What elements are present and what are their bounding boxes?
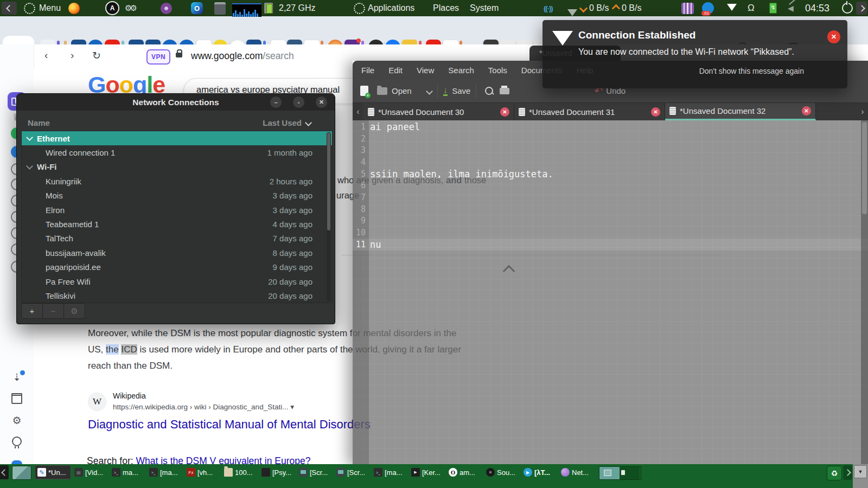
taskbar-window-button[interactable]: Oam...: [446, 465, 483, 479]
taskbar-window-button[interactable]: Net...: [559, 465, 595, 479]
editor-tab[interactable]: *Unsaved Document 30✕: [363, 103, 514, 120]
show-desktop-button[interactable]: [12, 466, 31, 480]
volume-muted-icon[interactable]: ◀: [788, 0, 794, 16]
settings-gears-icon[interactable]: ⚙⚙: [125, 0, 135, 16]
notifications-bell-icon[interactable]: Ω: [748, 0, 755, 16]
shutdown-icon[interactable]: [842, 0, 853, 16]
panel-collapse-left-button[interactable]: [2, 2, 17, 15]
taskbar-window-button[interactable]: [Scr...: [297, 465, 333, 479]
pulseaudio-tray-icon[interactable]: [681, 0, 694, 16]
open-dropdown-icon[interactable]: [427, 86, 432, 95]
trash-applet-icon[interactable]: ♻: [827, 466, 842, 480]
result-title-link[interactable]: Diagnostic and Statistical Manual of Men…: [88, 418, 371, 432]
close-button[interactable]: ✕: [316, 97, 327, 108]
connection-row[interactable]: TalTech7 days ago: [22, 232, 332, 246]
dialog-titlebar[interactable]: Network Connections – ▫ ✕: [17, 94, 335, 111]
save-button[interactable]: Save: [452, 86, 470, 95]
edit-connection-button[interactable]: ⚙: [64, 303, 85, 319]
system-menu[interactable]: System: [470, 0, 499, 16]
expander-chevron-icon[interactable]: [26, 134, 33, 141]
dismiss-link[interactable]: Don't show this message again: [699, 67, 804, 75]
editor-tab[interactable]: *Unsaved Document 32✕: [665, 103, 816, 120]
opera-launcher-icon[interactable]: O: [191, 0, 203, 16]
firefox-launcher-icon[interactable]: [68, 0, 80, 16]
settings-icon[interactable]: ⚙: [9, 413, 24, 428]
list-header[interactable]: Name Last Used: [21, 114, 331, 131]
tab-scroll-left-icon[interactable]: ‹: [353, 103, 363, 120]
battery-tray-icon[interactable]: ↯: [769, 0, 777, 16]
menu-tools[interactable]: Tools: [488, 66, 507, 75]
wifi-tray-icon[interactable]: [727, 0, 737, 15]
net-up-rate[interactable]: 0 B/s: [622, 0, 641, 16]
tor-browser-icon[interactable]: [161, 0, 172, 16]
tab-close-icon[interactable]: ✕: [500, 107, 509, 117]
taskbar-window-button[interactable]: Sou...: [484, 465, 520, 479]
extensions-icon[interactable]: [9, 391, 24, 407]
scroll-down-stepper[interactable]: ▼: [854, 465, 867, 478]
taskbar-window-button[interactable]: >_ma...: [110, 465, 146, 479]
wifi-signal-icon[interactable]: [567, 4, 577, 21]
connection-row[interactable]: pagaripoisid.ee9 days ago: [22, 260, 332, 274]
open-folder-icon[interactable]: [377, 87, 387, 95]
connection-row[interactable]: Pa Free Wifi20 days ago: [22, 274, 332, 288]
vpn-badge[interactable]: VPN: [146, 49, 170, 65]
menu-file[interactable]: File: [361, 66, 374, 75]
places-menu[interactable]: Places: [433, 0, 459, 16]
tab-scroll-right-icon[interactable]: ›: [857, 103, 868, 120]
search-tool-icon[interactable]: A: [105, 0, 119, 16]
menu-view[interactable]: View: [417, 66, 434, 75]
editor-scrollbar[interactable]: [861, 120, 868, 466]
open-button[interactable]: Open: [392, 86, 412, 95]
minimize-button[interactable]: –: [270, 97, 282, 108]
taskbar-expand-icon[interactable]: [843, 465, 852, 480]
connection-row[interactable]: Kuningriik2 hours ago: [22, 174, 332, 188]
taskbar-window-button[interactable]: Fz[vh...: [184, 465, 221, 479]
reload-icon[interactable]: ↻: [92, 49, 101, 62]
column-name[interactable]: Name: [21, 118, 263, 127]
add-connection-button[interactable]: +: [21, 303, 43, 319]
taskbar-window-button[interactable]: [Psy...: [259, 465, 296, 479]
find-icon[interactable]: [485, 87, 493, 95]
connection-row[interactable]: Elron3 days ago: [22, 203, 332, 217]
clock[interactable]: 04:53: [805, 0, 829, 16]
update-tray-icon[interactable]: [702, 0, 714, 16]
workspace-1[interactable]: [599, 467, 620, 479]
column-last-used[interactable]: Last Used: [263, 118, 331, 127]
remove-connection-button[interactable]: −: [43, 303, 64, 319]
taskbar-window-button[interactable]: >_[ma...: [147, 465, 183, 479]
menu-edit[interactable]: Edit: [388, 66, 403, 75]
panel-collapse-right-button[interactable]: [856, 2, 867, 15]
applications-menu[interactable]: Applications: [368, 0, 414, 16]
connection-row[interactable]: Teabeametid 14 days ago: [22, 217, 332, 231]
new-document-icon[interactable]: [360, 86, 368, 96]
forward-icon[interactable]: ›: [71, 49, 74, 61]
taskbar-window-button[interactable]: ▶[Ker...: [409, 465, 445, 479]
taskbar-window-button[interactable]: ▶[λT...: [521, 465, 558, 479]
workspace-2[interactable]: [620, 467, 640, 479]
connection-row[interactable]: Telliskivi20 days ago: [22, 288, 332, 303]
back-icon[interactable]: ‹: [44, 49, 48, 61]
tips-icon[interactable]: [9, 434, 24, 449]
connection-row[interactable]: Ethernet: [22, 131, 332, 145]
cpu-frequency-label[interactable]: 2,27 GHz: [279, 0, 316, 16]
print-icon[interactable]: [500, 88, 509, 94]
editor-tab[interactable]: *Unsaved Document 31✕: [514, 103, 665, 120]
connection-row[interactable]: Wired connection 11 month ago: [22, 145, 332, 159]
terminal-launcher-icon[interactable]: [214, 0, 226, 16]
save-icon[interactable]: ↓: [443, 86, 448, 96]
notification-close-button[interactable]: ✕: [827, 30, 840, 43]
maximize-button[interactable]: ▫: [293, 97, 304, 108]
editor-text-area[interactable]: 1ai paneel2345ssiin maolen, ilma inimõig…: [353, 120, 868, 466]
tab-close-icon[interactable]: ✕: [802, 106, 811, 115]
dialog-scrollbar[interactable]: [327, 132, 331, 301]
mate-menu-icon[interactable]: [24, 0, 35, 16]
tab-close-icon[interactable]: ✕: [651, 107, 660, 117]
menu-button[interactable]: Menu: [39, 0, 61, 16]
expander-chevron-icon[interactable]: [26, 163, 33, 170]
downloads-icon[interactable]: ⇣: [9, 370, 24, 385]
taskbar-window-button[interactable]: 100...: [222, 465, 258, 479]
cpu-frequency-icon[interactable]: [264, 0, 273, 16]
taskbar-collapse-icon[interactable]: [0, 465, 9, 479]
taskbar-window-button[interactable]: [Scr...: [334, 465, 371, 479]
result-source-name[interactable]: Wikipedia: [113, 391, 146, 400]
